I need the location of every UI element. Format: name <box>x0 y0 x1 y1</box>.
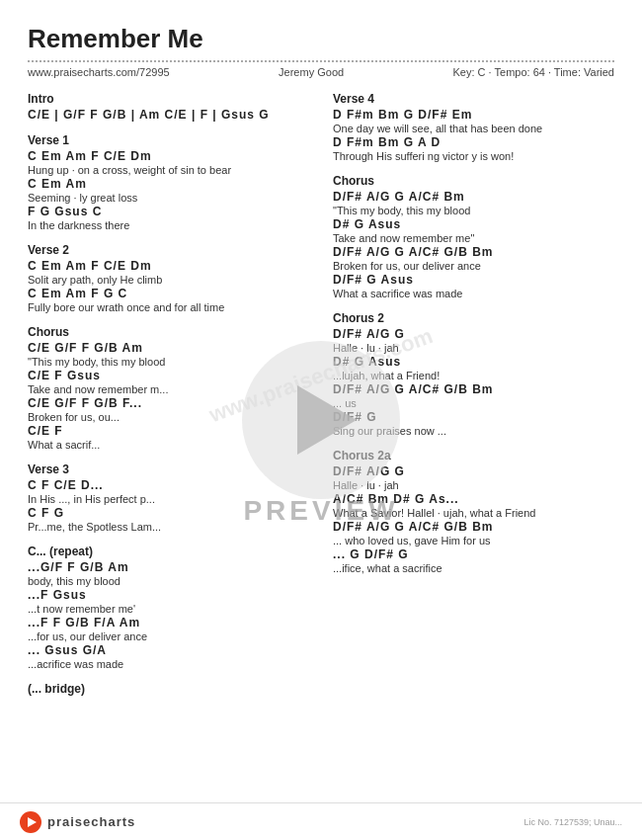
bottom-bar: praisecharts Lic No. 7127539; Unau... <box>0 802 642 840</box>
lyric-line: Broken for us, our deliver ance <box>333 260 614 272</box>
praise-logo: praisecharts <box>20 811 135 833</box>
chord-line: D/F# A/G G A/C# Bm <box>333 190 614 204</box>
chord-line: D F#m Bm G D/F# Em <box>333 108 614 122</box>
section-chorus_right: ChorusD/F# A/G G A/C# Bm"This my body, t… <box>333 174 614 299</box>
section-verse4: Verse 4D F#m Bm G D/F# EmOne day we will… <box>333 92 614 162</box>
chord-line: D/F# G Asus <box>333 273 614 287</box>
lyric-line: Fully bore our wrath once and for all ti… <box>28 301 309 313</box>
section-heading: C... (repeat) <box>28 545 309 558</box>
lyric-line: body, this my blood <box>28 575 309 587</box>
section-heading: Chorus <box>333 174 614 188</box>
lyric-line: What a sacrifice was made <box>333 288 614 299</box>
lyric-line: "This my body, this my blood <box>333 205 614 216</box>
section-intro: IntroC/E | G/F F G/B | Am C/E | F | Gsus… <box>28 92 309 122</box>
lyric-line: In the darkness there <box>28 219 309 231</box>
divider <box>28 60 614 62</box>
lyric-line: Halle · lu · jah <box>333 479 614 491</box>
section-heading: Verse 4 <box>333 92 614 106</box>
logo-text: praisecharts <box>47 814 135 829</box>
chord-line: ...F Gsus <box>28 588 309 602</box>
lyric-line: ...acrifice was made <box>28 658 309 670</box>
lyric-line: ... who loved us, gave Him for us <box>333 535 614 546</box>
lyric-line: Halle · lu · jah <box>333 342 614 354</box>
chord-line: D/F# A/G G <box>333 327 614 341</box>
logo-play-icon <box>28 817 37 827</box>
chord-line: C Em Am F C/E Dm <box>28 259 309 273</box>
chord-line: C Em Am F G C <box>28 287 309 300</box>
section-verse2: Verse 2C Em Am F C/E DmSolit ary path, o… <box>28 243 309 313</box>
lyric-line: One day we will see, all that has been d… <box>333 123 614 134</box>
chord-line: ...F F G/B F/A Am <box>28 616 309 630</box>
chord-line: D/F# A/G G A/C# G/B Bm <box>333 245 614 259</box>
song-author: Jeremy Good <box>279 66 344 78</box>
section-heading: Verse 1 <box>28 133 309 147</box>
chord-line: C/E G/F F G/B Am <box>28 341 309 355</box>
chord-line: D F#m Bm G A D <box>333 135 614 149</box>
chord-line: D# G Asus <box>333 217 614 231</box>
chord-line: C Em Am <box>28 177 309 191</box>
section-heading: (... bridge) <box>28 682 309 696</box>
lyric-line: Solit ary path, only He climb <box>28 274 309 286</box>
lyric-line: Through His sufferi ng victor y is won! <box>333 150 614 162</box>
lyric-line: ...ifice, what a sacrifice <box>333 562 614 574</box>
meta-row: www.praisecharts.com/72995 Jeremy Good K… <box>28 66 614 78</box>
license-text: Lic No. 7127539; Unau... <box>523 817 622 827</box>
chord-line: C F C/E D... <box>28 478 309 492</box>
section-heading: Verse 2 <box>28 243 309 257</box>
song-url: www.praisecharts.com/72995 <box>28 66 170 78</box>
chord-line: ...G/F F G/B Am <box>28 560 309 574</box>
page: Remember Me www.praisecharts.com/72995 J… <box>0 0 642 840</box>
chord-line: F G Gsus C <box>28 205 309 218</box>
logo-play-button[interactable] <box>20 811 41 833</box>
lyric-line: ...for us, our deliver ance <box>28 630 309 642</box>
play-triangle-icon <box>297 385 357 455</box>
play-overlay[interactable] <box>242 341 400 499</box>
key-tempo-time: Key: C · Tempo: 64 · Time: Varied <box>453 66 614 78</box>
preview-label: PREVIEW <box>243 495 398 527</box>
section-chorus_repeat: C... (repeat)...G/F F G/B Ambody, this m… <box>28 545 309 670</box>
chord-line: ... G D/F# G <box>333 547 614 561</box>
lyric-line: Take and now remember me" <box>333 232 614 244</box>
chord-line: ... Gsus G/A <box>28 643 309 657</box>
section-bridge: (... bridge) <box>28 682 309 696</box>
section-heading: Intro <box>28 92 309 106</box>
lyric-line: Seeming · ly great loss <box>28 192 309 204</box>
chord-line: C/E | G/F F G/B | Am C/E | F | Gsus G <box>28 108 309 122</box>
lyric-line: Hung up · on a cross, weight of sin to b… <box>28 164 309 176</box>
section-heading: Chorus <box>28 325 309 339</box>
lyric-line: ...t now remember me' <box>28 603 309 615</box>
chord-line: C Em Am F C/E Dm <box>28 149 309 163</box>
song-title: Remember Me <box>28 24 614 54</box>
section-heading: Chorus 2 <box>333 311 614 325</box>
section-verse1: Verse 1C Em Am F C/E DmHung up · on a cr… <box>28 133 309 231</box>
